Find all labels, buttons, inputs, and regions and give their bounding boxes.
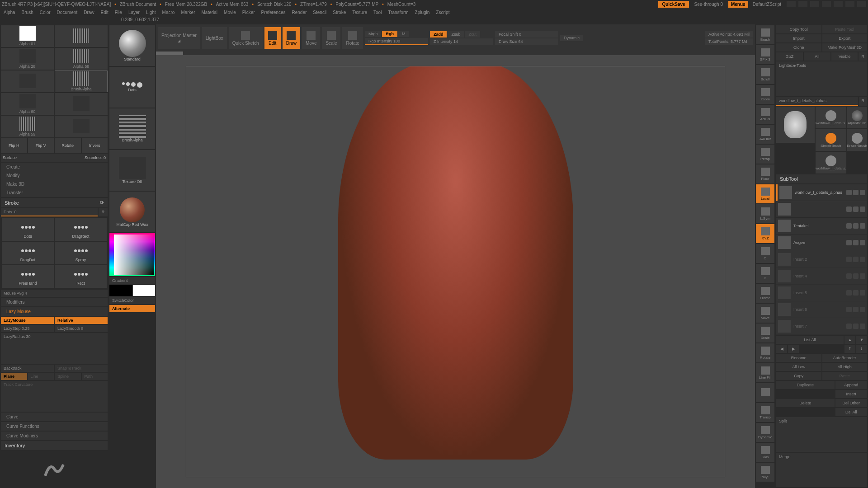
backtrack-button[interactable]: Backtrack xyxy=(1,365,54,372)
texture-off-swatch[interactable]: Texture Off xyxy=(109,150,155,191)
alpha-cell[interactable]: Alpha 28 xyxy=(1,48,54,70)
seethrough-slider[interactable]: See-through 0 xyxy=(691,1,726,8)
duplicate-button[interactable]: Duplicate xyxy=(776,381,835,389)
subtool-paint-icon[interactable] xyxy=(846,307,852,312)
subtool-polypaint-icon[interactable] xyxy=(853,307,859,312)
relative-button[interactable]: Relative xyxy=(55,317,108,324)
persp-button[interactable]: Persp xyxy=(756,145,774,164)
color-picker[interactable] xyxy=(109,233,155,276)
aahalf-button[interactable]: AAHalf xyxy=(756,125,774,144)
rotate-button[interactable]: Rotate xyxy=(55,138,81,153)
menu-file[interactable]: File xyxy=(115,10,122,15)
z-intensity-slider[interactable]: Z Intensity 14 xyxy=(430,38,493,45)
menu-stencil[interactable]: Stencil xyxy=(313,10,326,15)
minimize-button[interactable] xyxy=(834,1,843,7)
arrow-button[interactable]: ▶ xyxy=(788,345,799,353)
floor-button[interactable]: Floor xyxy=(756,164,774,183)
scale-button[interactable]: Scale xyxy=(756,324,774,343)
subtool-paint-icon[interactable] xyxy=(846,273,852,279)
backtrack-line-button[interactable]: Line xyxy=(28,373,54,380)
--button[interactable]: ⊕ xyxy=(756,264,774,283)
menu-alpha[interactable]: Alpha xyxy=(4,10,15,15)
canvas-frame[interactable] xyxy=(186,66,725,477)
default-zscript-button[interactable]: DefaultZScript xyxy=(750,1,784,8)
backtrack-plane-button[interactable]: Plane xyxy=(1,373,27,380)
menu-color[interactable]: Color xyxy=(40,10,51,15)
subtool-polypaint-icon[interactable] xyxy=(853,257,859,262)
menu-stroke[interactable]: Stroke xyxy=(333,10,346,15)
switchcolor-button[interactable]: SwitchColor xyxy=(109,297,155,304)
menus-button[interactable]: Menus xyxy=(728,1,748,8)
quick-sketch-button[interactable]: Quick Sketch xyxy=(229,27,263,49)
lightbox-tools-button[interactable]: Lightbox▸Tools xyxy=(776,61,867,96)
zoom-button[interactable]: Zoom xyxy=(756,85,774,104)
arrow-button[interactable]: ◀ xyxy=(776,345,787,353)
mouse-avg-slider[interactable]: Mouse Avg 4 xyxy=(1,290,108,297)
subtool-visibility-icon[interactable] xyxy=(860,240,865,245)
subtool-item[interactable]: Insert 4 xyxy=(776,268,867,285)
export-button[interactable]: Export xyxy=(822,34,868,42)
l-sym-button[interactable]: L.Sym xyxy=(756,204,774,223)
stroke-dots[interactable]: Dots xyxy=(2,218,54,241)
menu-document[interactable]: Document xyxy=(57,10,78,15)
menu-movie[interactable]: Movie xyxy=(224,10,236,15)
alpha-cell[interactable] xyxy=(1,70,54,92)
maximize-button[interactable] xyxy=(845,1,854,7)
subtool-paint-icon[interactable] xyxy=(846,190,852,195)
projection-master-button[interactable]: Projection Master◢ xyxy=(158,27,200,49)
rename-button[interactable]: Rename xyxy=(776,354,821,362)
local-button[interactable]: Local xyxy=(756,184,774,203)
menu-tool[interactable]: Tool xyxy=(373,10,382,15)
goz-button[interactable]: GoZ xyxy=(776,52,803,61)
menu-picker[interactable]: Picker xyxy=(242,10,255,15)
track-curvature-slider[interactable]: Track Curvature xyxy=(1,381,108,412)
spix-3-button[interactable]: SPix 3 xyxy=(756,45,774,64)
alpha-cell[interactable]: Alpha 60 xyxy=(1,93,54,115)
subtool-polypaint-icon[interactable] xyxy=(853,206,859,212)
delete-button[interactable]: Delete xyxy=(776,399,835,407)
tool-thumb[interactable]: workflow_I_details. xyxy=(816,152,846,174)
backtrack-path-button[interactable]: Path xyxy=(82,373,108,380)
menu-texture[interactable]: Texture xyxy=(352,10,367,15)
subtool-paint-icon[interactable] xyxy=(846,324,852,329)
merge-section[interactable]: Merge xyxy=(776,453,867,487)
stroke-spray[interactable]: Spray xyxy=(55,242,107,264)
all-low-button[interactable]: All Low xyxy=(776,363,821,371)
sculpture-mesh[interactable] xyxy=(338,66,573,460)
move-button[interactable]: Move xyxy=(756,304,774,323)
menu-material[interactable]: Material xyxy=(202,10,218,15)
subtool-item[interactable]: Insert 2 xyxy=(776,251,867,268)
lazyradius-slider[interactable]: LazyRadius 30 xyxy=(1,333,108,364)
clone-button[interactable]: Clone xyxy=(776,43,821,52)
make-3d-section[interactable]: Make 3D xyxy=(1,180,108,188)
del-all-button[interactable]: Del All xyxy=(835,408,867,416)
all-up-button[interactable]: ⤒ xyxy=(844,345,855,353)
tool-thumb[interactable]: SimpleBrush xyxy=(816,129,846,151)
subtool-item[interactable]: Insert 5 xyxy=(776,285,867,301)
alpha-cell[interactable]: Alpha 59 xyxy=(1,116,54,137)
inventory-header[interactable]: Inventory xyxy=(1,441,108,450)
quicksave-button[interactable]: QuickSave xyxy=(658,1,689,8)
move-button[interactable]: Move xyxy=(302,27,320,49)
m-button[interactable]: M xyxy=(398,31,409,37)
snaptotrack-button[interactable]: SnapToTrack xyxy=(55,365,108,372)
paste-tool-button[interactable]: Paste Tool xyxy=(822,25,868,33)
dynamic-button[interactable]: Dynamic xyxy=(560,35,583,41)
paste-button[interactable]: Paste xyxy=(822,372,868,380)
subtool-header[interactable]: SubTool xyxy=(776,174,867,183)
invers-button[interactable]: Invers xyxy=(82,138,108,153)
menu-draw[interactable]: Draw xyxy=(84,10,94,15)
curve-section[interactable]: Curve xyxy=(1,413,108,421)
autoreorder-button[interactable]: AutoReorder xyxy=(822,354,868,362)
subtool-polypaint-icon[interactable] xyxy=(853,240,859,245)
brush-button[interactable]: Brush xyxy=(756,25,774,44)
brush-alpha-swatch[interactable]: BrushAlpha xyxy=(109,108,155,149)
seamless-slider[interactable]: Seamless 0 xyxy=(85,155,106,160)
menu-edit[interactable]: Edit xyxy=(101,10,108,15)
tool-thumb[interactable]: EraserBrush xyxy=(847,129,867,151)
lazysmooth-slider[interactable]: LazySmooth 8 xyxy=(55,325,108,332)
zsub-button[interactable]: Zsub xyxy=(448,31,464,38)
goz-visible-button[interactable]: Visible xyxy=(831,52,858,61)
subtool-polypaint-icon[interactable] xyxy=(853,223,859,229)
subtool-down-button[interactable]: ▼ xyxy=(856,336,867,344)
